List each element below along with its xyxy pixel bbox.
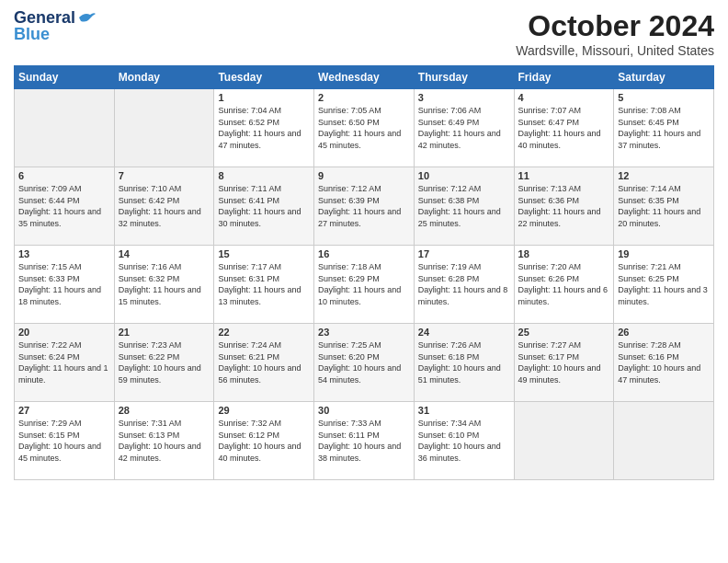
day-number: 5 bbox=[618, 92, 710, 103]
logo-bird-icon bbox=[77, 10, 96, 25]
calendar-cell: 30 Sunrise: 7:33 AMSunset: 6:11 PMDaylig… bbox=[314, 402, 415, 480]
day-number: 23 bbox=[318, 327, 410, 338]
day-number: 15 bbox=[218, 248, 310, 259]
cell-text: Sunrise: 7:12 AMSunset: 6:38 PMDaylight:… bbox=[418, 184, 501, 228]
calendar-cell: 31 Sunrise: 7:34 AMSunset: 6:10 PMDaylig… bbox=[414, 402, 514, 480]
calendar-cell: 19 Sunrise: 7:21 AMSunset: 6:25 PMDaylig… bbox=[614, 246, 714, 324]
cell-text: Sunrise: 7:29 AMSunset: 6:15 PMDaylight:… bbox=[18, 419, 101, 463]
day-number: 4 bbox=[518, 92, 610, 103]
day-number: 6 bbox=[18, 170, 110, 181]
day-number: 26 bbox=[618, 327, 710, 338]
day-number: 20 bbox=[18, 327, 110, 338]
cell-text: Sunrise: 7:24 AMSunset: 6:21 PMDaylight:… bbox=[218, 340, 301, 385]
day-number: 24 bbox=[418, 327, 510, 338]
calendar-cell: 27 Sunrise: 7:29 AMSunset: 6:15 PMDaylig… bbox=[15, 402, 115, 480]
day-number: 25 bbox=[518, 327, 610, 338]
calendar-cell: 26 Sunrise: 7:28 AMSunset: 6:16 PMDaylig… bbox=[614, 324, 714, 402]
calendar-cell bbox=[614, 402, 714, 480]
day-number: 8 bbox=[218, 170, 310, 181]
calendar-cell: 28 Sunrise: 7:31 AMSunset: 6:13 PMDaylig… bbox=[114, 402, 214, 480]
calendar-cell: 5 Sunrise: 7:08 AMSunset: 6:45 PMDayligh… bbox=[614, 89, 714, 167]
cell-text: Sunrise: 7:05 AMSunset: 6:50 PMDaylight:… bbox=[318, 106, 401, 150]
header: General Blue October 2024 Wardsville, Mi… bbox=[14, 9, 714, 58]
cell-text: Sunrise: 7:18 AMSunset: 6:29 PMDaylight:… bbox=[318, 262, 401, 306]
logo-general: General bbox=[14, 9, 75, 26]
day-number: 10 bbox=[418, 170, 510, 181]
calendar-day-header: Tuesday bbox=[214, 66, 314, 89]
location: Wardsville, Missouri, United States bbox=[516, 43, 714, 58]
calendar-cell: 14 Sunrise: 7:16 AMSunset: 6:32 PMDaylig… bbox=[114, 246, 214, 324]
day-number: 11 bbox=[518, 170, 610, 181]
cell-text: Sunrise: 7:28 AMSunset: 6:16 PMDaylight:… bbox=[618, 340, 700, 385]
day-number: 16 bbox=[318, 248, 410, 259]
cell-text: Sunrise: 7:23 AMSunset: 6:22 PMDaylight:… bbox=[119, 340, 201, 385]
calendar-cell: 16 Sunrise: 7:18 AMSunset: 6:29 PMDaylig… bbox=[314, 246, 415, 324]
cell-text: Sunrise: 7:26 AMSunset: 6:18 PMDaylight:… bbox=[418, 340, 501, 385]
day-number: 7 bbox=[119, 170, 210, 181]
calendar-cell: 9 Sunrise: 7:12 AMSunset: 6:39 PMDayligh… bbox=[314, 167, 415, 246]
calendar-cell: 15 Sunrise: 7:17 AMSunset: 6:31 PMDaylig… bbox=[214, 246, 314, 324]
calendar-cell: 21 Sunrise: 7:23 AMSunset: 6:22 PMDaylig… bbox=[114, 324, 214, 402]
day-number: 1 bbox=[218, 92, 310, 103]
calendar-cell: 25 Sunrise: 7:27 AMSunset: 6:17 PMDaylig… bbox=[514, 324, 614, 402]
day-number: 22 bbox=[218, 327, 310, 338]
cell-text: Sunrise: 7:19 AMSunset: 6:28 PMDaylight:… bbox=[418, 262, 508, 306]
cell-text: Sunrise: 7:08 AMSunset: 6:45 PMDaylight:… bbox=[618, 106, 700, 150]
calendar-header-row: SundayMondayTuesdayWednesdayThursdayFrid… bbox=[15, 66, 714, 89]
calendar-cell: 29 Sunrise: 7:32 AMSunset: 6:12 PMDaylig… bbox=[214, 402, 314, 480]
day-number: 29 bbox=[218, 405, 310, 416]
calendar-cell: 24 Sunrise: 7:26 AMSunset: 6:18 PMDaylig… bbox=[414, 324, 514, 402]
day-number: 2 bbox=[318, 92, 410, 103]
day-number: 18 bbox=[518, 248, 610, 259]
calendar-cell bbox=[15, 89, 115, 167]
day-number: 19 bbox=[618, 248, 710, 259]
calendar-day-header: Thursday bbox=[414, 66, 514, 89]
page-container: General Blue October 2024 Wardsville, Mi… bbox=[0, 0, 728, 489]
cell-text: Sunrise: 7:12 AMSunset: 6:39 PMDaylight:… bbox=[318, 184, 401, 228]
calendar-cell: 7 Sunrise: 7:10 AMSunset: 6:42 PMDayligh… bbox=[114, 167, 214, 246]
logo-blue: Blue bbox=[14, 26, 50, 42]
cell-text: Sunrise: 7:27 AMSunset: 6:17 PMDaylight:… bbox=[518, 340, 601, 385]
day-number: 31 bbox=[418, 405, 510, 416]
calendar-cell: 18 Sunrise: 7:20 AMSunset: 6:26 PMDaylig… bbox=[514, 246, 614, 324]
calendar-cell: 6 Sunrise: 7:09 AMSunset: 6:44 PMDayligh… bbox=[15, 167, 115, 246]
cell-text: Sunrise: 7:31 AMSunset: 6:13 PMDaylight:… bbox=[119, 419, 201, 463]
cell-text: Sunrise: 7:09 AMSunset: 6:44 PMDaylight:… bbox=[18, 184, 101, 228]
calendar-cell: 4 Sunrise: 7:07 AMSunset: 6:47 PMDayligh… bbox=[514, 89, 614, 167]
calendar-cell: 10 Sunrise: 7:12 AMSunset: 6:38 PMDaylig… bbox=[414, 167, 514, 246]
cell-text: Sunrise: 7:15 AMSunset: 6:33 PMDaylight:… bbox=[18, 262, 101, 306]
day-number: 13 bbox=[18, 248, 110, 259]
calendar-cell: 17 Sunrise: 7:19 AMSunset: 6:28 PMDaylig… bbox=[414, 246, 514, 324]
cell-text: Sunrise: 7:17 AMSunset: 6:31 PMDaylight:… bbox=[218, 262, 301, 306]
cell-text: Sunrise: 7:11 AMSunset: 6:41 PMDaylight:… bbox=[218, 184, 301, 228]
calendar-cell: 8 Sunrise: 7:11 AMSunset: 6:41 PMDayligh… bbox=[214, 167, 314, 246]
day-number: 27 bbox=[18, 405, 110, 416]
cell-text: Sunrise: 7:22 AMSunset: 6:24 PMDaylight:… bbox=[18, 340, 108, 385]
calendar-cell: 1 Sunrise: 7:04 AMSunset: 6:52 PMDayligh… bbox=[214, 89, 314, 167]
cell-text: Sunrise: 7:25 AMSunset: 6:20 PMDaylight:… bbox=[318, 340, 401, 385]
cell-text: Sunrise: 7:10 AMSunset: 6:42 PMDaylight:… bbox=[119, 184, 201, 228]
cell-text: Sunrise: 7:32 AMSunset: 6:12 PMDaylight:… bbox=[218, 419, 301, 463]
day-number: 30 bbox=[318, 405, 410, 416]
cell-text: Sunrise: 7:34 AMSunset: 6:10 PMDaylight:… bbox=[418, 419, 501, 463]
day-number: 9 bbox=[318, 170, 410, 181]
calendar-cell: 12 Sunrise: 7:14 AMSunset: 6:35 PMDaylig… bbox=[614, 167, 714, 246]
cell-text: Sunrise: 7:07 AMSunset: 6:47 PMDaylight:… bbox=[518, 106, 601, 150]
calendar-cell bbox=[514, 402, 614, 480]
day-number: 21 bbox=[119, 327, 210, 338]
cell-text: Sunrise: 7:20 AMSunset: 6:26 PMDaylight:… bbox=[518, 262, 609, 306]
calendar-cell bbox=[114, 89, 214, 167]
cell-text: Sunrise: 7:21 AMSunset: 6:25 PMDaylight:… bbox=[618, 262, 708, 306]
logo: General Blue bbox=[14, 9, 96, 42]
month-title: October 2024 bbox=[516, 9, 714, 43]
calendar-cell: 2 Sunrise: 7:05 AMSunset: 6:50 PMDayligh… bbox=[314, 89, 415, 167]
calendar-week-row: 20 Sunrise: 7:22 AMSunset: 6:24 PMDaylig… bbox=[15, 324, 714, 402]
calendar-week-row: 1 Sunrise: 7:04 AMSunset: 6:52 PMDayligh… bbox=[15, 89, 714, 167]
day-number: 28 bbox=[119, 405, 210, 416]
day-number: 3 bbox=[418, 92, 510, 103]
day-number: 14 bbox=[119, 248, 210, 259]
calendar-cell: 13 Sunrise: 7:15 AMSunset: 6:33 PMDaylig… bbox=[15, 246, 115, 324]
cell-text: Sunrise: 7:16 AMSunset: 6:32 PMDaylight:… bbox=[119, 262, 201, 306]
title-area: October 2024 Wardsville, Missouri, Unite… bbox=[516, 9, 714, 58]
calendar-week-row: 27 Sunrise: 7:29 AMSunset: 6:15 PMDaylig… bbox=[15, 402, 714, 480]
